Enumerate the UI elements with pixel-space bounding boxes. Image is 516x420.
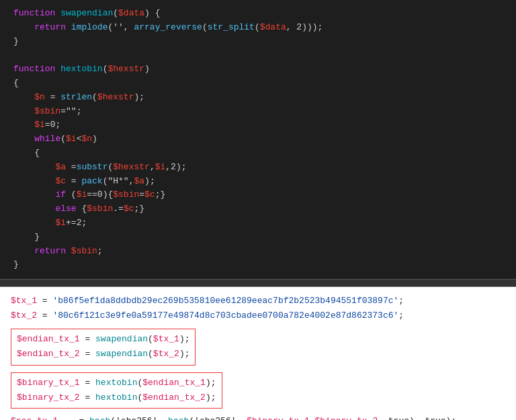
code-line-7: $sbin=""; bbox=[13, 105, 503, 119]
top-code-section: function swapendian($data) { return impl… bbox=[0, 0, 516, 279]
code-blank-1 bbox=[13, 48, 503, 62]
code-line-17: return $sbin; bbox=[13, 245, 503, 259]
code-line-6: $n = strlen($hexstr); bbox=[13, 91, 503, 105]
code-line-13: if ($i==0){$sbin=$c;} bbox=[13, 188, 503, 202]
section-divider bbox=[0, 279, 516, 287]
code-line-14: else {$sbin.=$c;} bbox=[13, 202, 503, 216]
code-line-5: { bbox=[13, 77, 503, 91]
endian-tx2-line: $endian_tx_2 = swapendian($tx_2); bbox=[17, 347, 189, 362]
tx1-line: $tx_1 = 'b86f5ef1da8ddbdb29ec269b535810e… bbox=[11, 294, 505, 308]
code-line-1: function swapendian($data) { bbox=[13, 7, 503, 21]
code-line-18: } bbox=[13, 258, 503, 272]
bottom-code-section: $tx_1 = 'b86f5ef1da8ddbdb29ec269b535810e… bbox=[0, 287, 516, 420]
endian-box: $endian_tx_1 = swapendian($tx_1); $endia… bbox=[11, 329, 196, 365]
code-line-10: { bbox=[13, 146, 503, 161]
code-line-11: $a =substr($hexstr,$i,2); bbox=[13, 161, 503, 175]
res-tx1-line: $res_tx_1 = hash('sha256', hash('sha256'… bbox=[11, 414, 505, 420]
binary-tx2-line: $binary_tx_2 = hextobin($endian_tx_2); bbox=[17, 390, 216, 405]
code-line-9: while($i<$n) bbox=[13, 132, 503, 146]
binary-box: $binary_tx_1 = hextobin($endian_tx_1); $… bbox=[11, 372, 222, 409]
code-line-16: } bbox=[13, 230, 503, 245]
code-line-15: $i+=2; bbox=[13, 216, 503, 230]
code-line-12: $c = pack("H*",$a); bbox=[13, 175, 503, 189]
code-line-4: function hextobin($hexstr) bbox=[13, 62, 503, 77]
binary-tx1-line: $binary_tx_1 = hextobin($endian_tx_1); bbox=[17, 376, 216, 390]
tx2-line: $tx_2 = '80c6f121c3e9fe0a59177e49874d8c7… bbox=[11, 308, 505, 323]
code-line-2: return implode('', array_reverse(str_spl… bbox=[13, 21, 503, 35]
code-line-3: } bbox=[13, 35, 503, 49]
endian-tx1-line: $endian_tx_1 = swapendian($tx_1); bbox=[17, 332, 189, 347]
code-line-8: $i=0; bbox=[13, 118, 503, 132]
